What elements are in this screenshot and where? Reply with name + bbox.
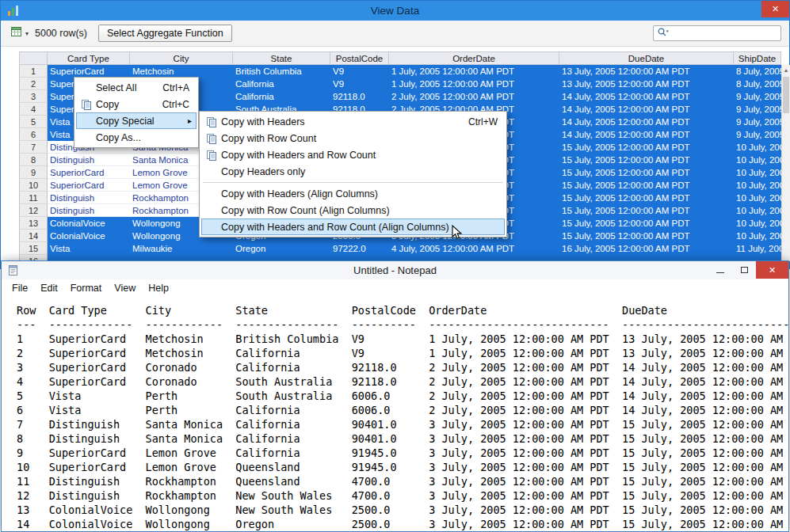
row-number-header[interactable] [19, 51, 48, 65]
search-box[interactable] [653, 25, 781, 41]
grid-cell[interactable]: V9 [330, 78, 389, 90]
grid-vertical-scrollbar[interactable]: ▲ [781, 65, 790, 261]
grid-cell[interactable]: 8 July, 2005 12:00:00 AM PDT [734, 78, 781, 90]
column-header-postalcode[interactable]: PostalCode [330, 51, 389, 65]
grid-cell[interactable]: ColonialVoice [48, 217, 130, 230]
menu-item-select-all[interactable]: Select AllCtrl+A [76, 79, 197, 96]
menu-help[interactable]: Help [142, 283, 175, 294]
grid-cell[interactable]: 15 July, 2005 12:00:00 AM PDT [559, 204, 734, 217]
grid-cell[interactable]: 14 July, 2005 12:00:00 AM PDT [559, 103, 734, 116]
close-button[interactable]: ✕ [756, 261, 788, 279]
grid-cell[interactable]: 15 July, 2005 12:00:00 AM PDT [559, 192, 734, 204]
grid-cell[interactable]: 11 July, 2005 12:00:00 AM PDT [734, 242, 781, 255]
menu-item-copy-with-headers[interactable]: Copy with HeadersCtrl+W [201, 113, 505, 130]
grid-cell[interactable]: 15 July, 2005 12:00:00 AM PDT [559, 154, 734, 166]
row-number[interactable]: 3 [19, 90, 48, 103]
menu-view[interactable]: View [108, 283, 142, 294]
select-aggregate-function-button[interactable]: Select Aggregate Function [98, 25, 232, 42]
menu-item-copy-with-headers-align-columns[interactable]: Copy with Headers (Align Columns) [201, 185, 505, 202]
row-number[interactable]: 5 [19, 116, 48, 128]
row-number[interactable]: 12 [19, 204, 48, 217]
grid-cell[interactable]: 2 July, 2005 12:00:00 AM PDT [389, 90, 559, 103]
grid-cell[interactable]: 14 July, 2005 12:00:00 AM PDT [559, 90, 734, 103]
grid-cell[interactable]: 15 July, 2005 12:00:00 AM PDT [559, 179, 734, 192]
grid-cell[interactable]: 10 July, 2005 12:00:00 AM PDT [734, 192, 781, 204]
grid-cell[interactable]: V9 [330, 65, 389, 78]
minimize-button[interactable] [708, 261, 732, 279]
column-header-duedate[interactable]: DueDate [559, 51, 734, 65]
grid-cell[interactable]: SuperiorCard [48, 166, 130, 179]
grid-cell[interactable]: 16 July, 2005 12:00:00 AM PDT [559, 242, 734, 255]
scroll-up-arrow-icon[interactable]: ▲ [782, 65, 790, 75]
row-number[interactable]: 13 [19, 217, 48, 230]
grid-cell[interactable]: Distinguish [48, 204, 130, 217]
grid-cell[interactable]: 10 July, 2005 12:00:00 AM PDT [734, 141, 781, 154]
grid-cell[interactable]: Vista [48, 242, 130, 255]
menu-item-copy-special[interactable]: Copy Special▸ [76, 112, 197, 129]
grid-cell[interactable]: California [233, 90, 330, 103]
grid-cell[interactable]: 10 July, 2005 12:00:00 AM PDT [734, 204, 781, 217]
scrollbar-thumb[interactable] [783, 77, 789, 113]
grid-cell[interactable]: 1 July, 2005 12:00:00 AM PDT [389, 65, 559, 78]
row-number[interactable]: 15 [19, 242, 48, 255]
grid-cell[interactable]: Milwaukie [130, 242, 233, 255]
grid-cell[interactable]: Distinguish [48, 154, 130, 166]
row-number[interactable]: 14 [19, 230, 48, 242]
menu-edit[interactable]: Edit [34, 283, 64, 294]
menu-item-copy[interactable]: CopyCtrl+C [76, 96, 197, 112]
row-number[interactable]: 11 [19, 192, 48, 204]
grid-cell[interactable]: 14 July, 2005 12:00:00 AM PDT [559, 128, 734, 141]
menu-item-copy-with-row-count[interactable]: Copy with Row Count [201, 130, 505, 146]
grid-cell[interactable]: California [233, 78, 330, 90]
grid-cell[interactable]: 4 July, 2005 12:00:00 AM PDT [389, 242, 559, 255]
grid-cell[interactable]: Oregon [233, 242, 330, 255]
grid-cell[interactable]: Metchosin [130, 65, 233, 78]
grid-cell[interactable]: 13 July, 2005 12:00:00 AM PDT [559, 78, 734, 90]
row-number[interactable]: 9 [19, 166, 48, 179]
grid-cell[interactable]: 9 July, 2005 12:00:00 AM PDT [734, 128, 781, 141]
grid-cell[interactable]: 10 July, 2005 12:00:00 AM PDT [734, 179, 781, 192]
grid-cell[interactable]: SuperiorCard [48, 65, 130, 78]
grid-cell[interactable]: 9 July, 2005 12:00:00 AM PDT [734, 116, 781, 128]
grid-cell[interactable]: 9 July, 2005 12:00:00 AM PDT [734, 90, 781, 103]
row-number[interactable]: 7 [19, 141, 48, 154]
grid-cell[interactable]: 9 July, 2005 12:00:00 AM PDT [734, 103, 781, 116]
menu-item-copy-with-row-count-align-columns[interactable]: Copy with Row Count (Align Columns) [201, 202, 505, 218]
grid-cell[interactable]: 1 July, 2005 12:00:00 AM PDT [389, 78, 559, 90]
notepad-text-area[interactable]: Row Card Type City State PostalCode Orde… [2, 296, 788, 531]
menu-item-copy-with-headers-and-row-count[interactable]: Copy with Headers and Row Count [201, 146, 505, 163]
grid-cell[interactable]: Distinguish [48, 192, 130, 204]
search-input[interactable] [672, 27, 777, 40]
menu-item-copy-as[interactable]: Copy As... [76, 129, 197, 146]
column-header-state[interactable]: State [233, 51, 330, 65]
row-number[interactable]: 1 [19, 65, 48, 78]
column-header-shipdate[interactable]: ShipDate [734, 51, 781, 65]
grid-cell[interactable]: 10 July, 2005 12:00:00 AM PDT [734, 166, 781, 179]
grid-cell[interactable]: 13 July, 2005 12:00:00 AM PDT [559, 65, 734, 78]
grid-cell[interactable]: 92118.0 [330, 90, 389, 103]
grid-cell[interactable]: 10 July, 2005 12:00:00 AM PDT [734, 154, 781, 166]
grid-cell[interactable]: 10 July, 2005 12:00:00 AM PDT [734, 230, 781, 242]
grid-cell[interactable]: 97222.0 [330, 242, 389, 255]
view-data-titlebar[interactable]: View Data ✕ [1, 1, 789, 21]
grid-cell[interactable]: ColonialVoice [48, 230, 130, 242]
row-number[interactable]: 2 [19, 78, 48, 90]
column-header-city[interactable]: City [130, 51, 233, 65]
menu-format[interactable]: Format [64, 283, 109, 294]
menu-item-copy-headers-only[interactable]: Copy Headers only [201, 163, 505, 180]
menu-file[interactable]: File [6, 283, 34, 294]
grid-cell[interactable]: 15 July, 2005 12:00:00 AM PDT [559, 141, 734, 154]
grid-cell[interactable]: SuperiorCard [48, 179, 130, 192]
grid-cell[interactable]: 8 July, 2005 12:00:00 AM PDT [734, 65, 781, 78]
export-button[interactable]: ▾ [9, 25, 30, 42]
grid-cell[interactable]: 15 July, 2005 12:00:00 AM PDT [559, 217, 734, 230]
close-button[interactable]: ✕ [761, 1, 789, 17]
row-number[interactable]: 8 [19, 154, 48, 166]
grid-cell[interactable]: 15 July, 2005 12:00:00 AM PDT [559, 166, 734, 179]
maximize-button[interactable] [732, 261, 756, 279]
grid-cell[interactable]: 15 July, 2005 12:00:00 AM PDT [559, 230, 734, 242]
notepad-titlebar[interactable]: Untitled - Notepad ✕ [2, 261, 788, 279]
grid-cell[interactable]: British Columbia [233, 65, 330, 78]
row-number[interactable]: 6 [19, 128, 48, 141]
column-header-orderdate[interactable]: OrderDate [389, 51, 559, 65]
